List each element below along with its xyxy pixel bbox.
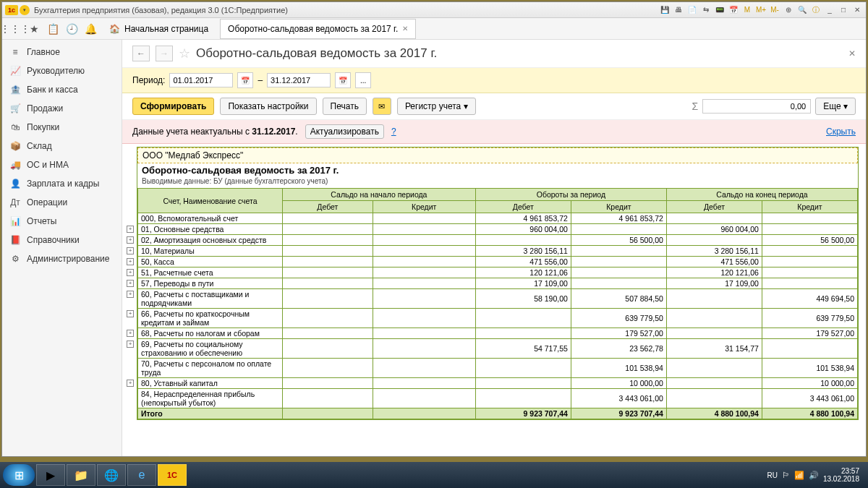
table-row[interactable]: 80, Уставный капитал10 000,0010 000,00 <box>138 378 858 389</box>
calendar-icon[interactable]: 📅 <box>728 4 739 16</box>
print-icon[interactable]: 🖶 <box>673 4 684 16</box>
tray-flag-icon[interactable]: 🏳 <box>782 471 790 479</box>
expand-icon[interactable]: + <box>127 258 134 265</box>
taskbar-chrome[interactable]: 🌐 <box>97 464 126 486</box>
table-row[interactable]: 10, Материалы3 280 156,113 280 156,11 <box>138 246 858 257</box>
star-icon[interactable]: ★ <box>27 22 41 36</box>
history-icon[interactable]: 🕘 <box>64 22 79 36</box>
sidebar-item-2[interactable]: 🏦Банк и касса <box>2 80 122 99</box>
taskbar-ie[interactable]: e <box>127 464 156 486</box>
bell-icon[interactable]: 🔔 <box>83 22 98 36</box>
tray-clock[interactable]: 23:57 13.02.2018 <box>823 467 859 483</box>
date-from-input[interactable] <box>169 73 233 87</box>
expand-icon[interactable]: + <box>127 291 134 298</box>
sidebar-icon: 📈 <box>9 66 21 76</box>
print-button[interactable]: Печать <box>323 98 367 115</box>
back-button[interactable]: ← <box>132 46 150 61</box>
sidebar-item-5[interactable]: 📦Склад <box>2 137 122 155</box>
expand-icon[interactable]: + <box>127 380 134 387</box>
sidebar-item-7[interactable]: 👤Зарплата и кадры <box>2 174 122 193</box>
calendar-from-icon[interactable]: 📅 <box>237 72 253 88</box>
window-title: Бухгалтерия предприятия (базовая), редак… <box>34 6 288 14</box>
table-row[interactable]: 57, Переводы в пути17 109,0017 109,00 <box>138 278 858 289</box>
maximize-icon[interactable]: □ <box>838 4 849 16</box>
home-tab[interactable]: 🏠 Начальная страница <box>102 20 216 38</box>
close-page-icon[interactable]: ✕ <box>848 48 856 59</box>
info-icon[interactable]: ⓘ <box>810 4 822 16</box>
taskbar-media[interactable]: ▶ <box>36 464 65 486</box>
clipboard-icon[interactable]: 📋 <box>46 22 60 36</box>
m-minus-icon[interactable]: M- <box>769 4 780 16</box>
col-turnover: Обороты за период <box>475 189 666 201</box>
table-row[interactable]: 01, Основные средства960 004,00960 004,0… <box>138 224 858 235</box>
expand-icon[interactable]: + <box>127 280 134 287</box>
table-row[interactable]: 50, Касса471 556,00471 556,00 <box>138 257 858 267</box>
table-row[interactable]: 66, Расчеты по краткосрочным кредитам и … <box>138 309 858 328</box>
tray-net-icon[interactable]: 📶 <box>794 471 804 480</box>
sidebar-item-3[interactable]: 🛒Продажи <box>2 99 122 118</box>
expand-icon[interactable]: + <box>127 341 134 348</box>
minimize-icon[interactable]: _ <box>824 4 835 16</box>
m-icon[interactable]: M <box>741 4 753 16</box>
register-button[interactable]: Регистр учета ▾ <box>397 98 476 115</box>
taskbar-1c[interactable]: 1C <box>158 464 187 486</box>
sidebar-item-0[interactable]: ≡Главное <box>2 43 122 61</box>
sidebar-item-8[interactable]: ДтОперации <box>2 193 122 212</box>
tray-lang[interactable]: RU <box>767 471 777 479</box>
sidebar-item-11[interactable]: ⚙Администрирование <box>2 249 122 268</box>
table-row[interactable]: 000, Вспомогательный счет4 961 853,724 9… <box>138 213 858 224</box>
close-window-icon[interactable]: ✕ <box>851 4 863 16</box>
sidebar-icon: 🛍 <box>9 122 21 132</box>
zoom-in-icon[interactable]: ⊕ <box>783 4 794 16</box>
doc-icon[interactable]: 📄 <box>686 4 698 16</box>
zoom-icon[interactable]: 🔍 <box>796 4 808 16</box>
calendar-to-icon[interactable]: 📅 <box>335 72 351 88</box>
actualize-button[interactable]: Актуализировать <box>305 124 384 139</box>
report-tab[interactable]: Оборотно-сальдовая ведомость за 2017 г. … <box>220 19 416 39</box>
expand-icon[interactable]: + <box>127 310 134 317</box>
period-picker-button[interactable]: ... <box>355 72 371 88</box>
dropdown-icon[interactable]: ▾ <box>20 5 30 15</box>
hide-link[interactable]: Скрыть <box>826 127 856 137</box>
date-to-input[interactable] <box>267 73 331 87</box>
apps-grid-icon[interactable]: ⋮⋮⋮ <box>8 22 22 36</box>
sidebar-icon: 🏦 <box>9 85 21 95</box>
compare-icon[interactable]: ⇆ <box>700 4 712 16</box>
table-row[interactable]: 02, Амортизация основных средств56 500,0… <box>138 235 858 246</box>
sidebar-item-9[interactable]: 📊Отчеты <box>2 212 122 231</box>
email-button[interactable]: ✉ <box>373 98 391 115</box>
save-icon[interactable]: 💾 <box>659 4 671 16</box>
sidebar-label: Администрирование <box>27 254 109 264</box>
table-row[interactable]: 84, Нераспределенная прибыль (непокрытый… <box>138 389 858 408</box>
table-row[interactable]: 60, Расчеты с поставщиками и подрядчикам… <box>138 289 858 309</box>
calc-icon[interactable]: 📟 <box>714 4 726 16</box>
forward-button[interactable]: → <box>156 46 173 61</box>
expand-icon[interactable]: + <box>127 247 134 254</box>
table-row[interactable]: 51, Расчетные счета120 121,06120 121,06 <box>138 267 858 278</box>
generate-button[interactable]: Сформировать <box>132 98 214 115</box>
sidebar-item-1[interactable]: 📈Руководителю <box>2 61 122 80</box>
m-plus-icon[interactable]: M+ <box>755 4 767 16</box>
table-row[interactable]: 69, Расчеты по социальному страхованию и… <box>138 339 858 359</box>
expand-icon[interactable]: + <box>127 269 134 276</box>
col-tc: Кредит <box>571 201 666 213</box>
show-settings-button[interactable]: Показать настройки <box>220 98 316 115</box>
start-button[interactable]: ⊞ <box>3 464 35 486</box>
expand-icon[interactable]: + <box>127 226 134 233</box>
sum-input[interactable] <box>702 99 811 114</box>
tab-close-icon[interactable]: ✕ <box>402 25 408 33</box>
expand-icon[interactable]: + <box>127 236 134 244</box>
favorite-star-icon[interactable]: ☆ <box>179 46 190 61</box>
sidebar-label: Покупки <box>27 122 59 132</box>
sigma-icon: Σ <box>692 100 699 112</box>
tray-vol-icon[interactable]: 🔊 <box>809 471 819 480</box>
sidebar-item-10[interactable]: 📕Справочники <box>2 231 122 249</box>
sidebar-item-6[interactable]: 🚚ОС и НМА <box>2 155 122 174</box>
table-row[interactable]: 70, Расчеты с персоналом по оплате труда… <box>138 359 858 378</box>
expand-icon[interactable]: + <box>127 330 134 337</box>
sidebar-item-4[interactable]: 🛍Покупки <box>2 118 122 137</box>
taskbar-explorer[interactable]: 📁 <box>67 464 95 486</box>
table-row[interactable]: 68, Расчеты по налогам и сборам179 527,0… <box>138 328 858 339</box>
more-button[interactable]: Еще ▾ <box>815 98 856 115</box>
help-link[interactable]: ? <box>391 127 396 137</box>
